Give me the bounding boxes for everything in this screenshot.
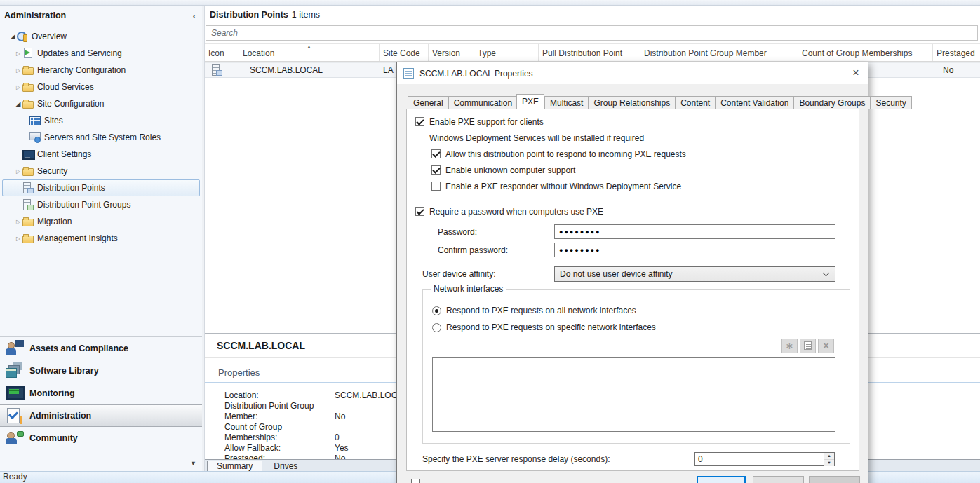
column-header-distribution-point-group-member[interactable]: Distribution Point Group Member — [640, 44, 798, 61]
property-label: Allow Fallback: — [224, 443, 335, 454]
workspace-label: Administration — [29, 411, 91, 421]
column-header-icon[interactable]: Icon — [205, 44, 239, 61]
spin-down-icon[interactable]: ▼ — [824, 460, 834, 466]
radio-button-icon[interactable] — [432, 306, 441, 315]
cancel-button[interactable] — [753, 476, 804, 483]
dialog-title-bar[interactable]: SCCM.LAB.LOCAL Properties × — [397, 62, 868, 84]
column-header-site-code[interactable]: Site Code — [380, 44, 429, 61]
sites-icon — [29, 115, 41, 126]
column-header-count-of-group-memberships[interactable]: Count of Group Memberships — [798, 44, 933, 61]
tree-item-label: Cloud Services — [37, 82, 94, 92]
tree-item-distribution-point-groups[interactable]: Distribution Point Groups — [2, 196, 200, 213]
column-header-version[interactable]: Version — [429, 44, 474, 61]
checkbox-allow-this-distribution-point-to-respond[interactable]: Allow this distribution point to respond… — [407, 146, 859, 162]
footer-checkbox[interactable] — [411, 479, 420, 483]
add-interface-button[interactable]: ∗ — [781, 339, 798, 353]
checkbox-enable-unknown-computer-support[interactable]: Enable unknown computer support — [407, 162, 859, 178]
tree-item-site-configuration[interactable]: ◢Site Configuration — [2, 95, 200, 112]
tree-item-overview[interactable]: ◢Overview — [2, 28, 200, 45]
interface-properties-button[interactable] — [800, 339, 816, 353]
column-header-location[interactable]: Location▲ — [239, 44, 380, 61]
tree-expander-icon[interactable]: ◢ — [14, 100, 22, 107]
dialog-tab-group-relationships[interactable]: Group Relationships — [588, 96, 675, 109]
checkbox-icon[interactable] — [431, 165, 441, 175]
tree-item-hierarchy-configuration[interactable]: ▷Hierarchy Configuration — [2, 62, 200, 79]
collapse-pane-icon[interactable]: ‹ — [193, 6, 196, 26]
tree-item-cloud-services[interactable]: ▷Cloud Services — [2, 79, 200, 95]
spacer — [407, 194, 859, 203]
property-label: Count of Group Memberships: — [224, 422, 335, 443]
dialog-tab-communication[interactable]: Communication — [448, 96, 517, 109]
spin-up-icon[interactable]: ▲ — [824, 453, 834, 460]
column-header-type[interactable]: Type — [474, 44, 539, 61]
column-header-label: Prestaged — [937, 48, 975, 58]
workspace-assets-and-compliance[interactable]: Assets and Compliance — [0, 337, 202, 360]
radio-specific-interfaces[interactable]: Respond to PXE requests on specific netw… — [432, 322, 656, 333]
workspace-software-library[interactable]: Software Library — [0, 360, 202, 382]
ok-button[interactable] — [697, 476, 746, 483]
pxe-delay-spinner[interactable]: 0 ▲ ▼ — [694, 452, 835, 466]
list-title-text: Distribution Points — [210, 10, 288, 20]
checkbox-label: Enable PXE support for clients — [429, 117, 544, 127]
column-header-label: Count of Group Memberships — [802, 48, 912, 58]
checkbox-icon[interactable] — [431, 149, 441, 158]
tree-item-management-insights[interactable]: ▷Management Insights — [2, 230, 200, 247]
tree-expander-icon[interactable]: ▷ — [14, 67, 22, 74]
administration-icon — [6, 407, 24, 424]
tree-expander-icon[interactable]: ▷ — [14, 50, 22, 57]
search-input[interactable] — [206, 26, 977, 40]
tree-item-sites[interactable]: Sites — [2, 112, 200, 129]
community-icon — [6, 430, 24, 447]
dialog-tab-security[interactable]: Security — [870, 96, 911, 109]
tree-item-distribution-points[interactable]: Distribution Points — [2, 179, 200, 196]
dialog-tab-content-validation[interactable]: Content Validation — [715, 96, 793, 109]
dialog-tab-pxe[interactable]: PXE — [516, 94, 544, 109]
column-header-pull-distribution-point[interactable]: Pull Distribution Point — [539, 44, 640, 61]
updates-icon — [22, 48, 34, 59]
dialog-tab-multicast[interactable]: Multicast — [544, 96, 588, 109]
tree-item-label: Site Configuration — [37, 99, 104, 109]
workspace-administration[interactable]: Administration — [0, 404, 202, 427]
checkbox-icon[interactable] — [415, 117, 424, 126]
password-field[interactable]: ●●●●●●●● — [554, 224, 835, 239]
checkbox-enable-a-pxe-responder-without-windows-d[interactable]: Enable a PXE responder without Windows D… — [407, 178, 859, 194]
delete-interface-button[interactable]: × — [818, 339, 834, 353]
tree-expander-icon[interactable]: ▷ — [14, 219, 22, 225]
nav-tree: ◢Overview▷Updates and Servicing▷Hierarch… — [0, 28, 202, 247]
tree-expander-icon[interactable]: ▷ — [14, 168, 22, 175]
software-library-icon — [6, 362, 24, 379]
checkbox-require-a-password-when-computers-use-px[interactable]: Require a password when computers use PX… — [407, 203, 859, 219]
folder-icon — [22, 165, 34, 177]
tree-expander-icon[interactable]: ▷ — [14, 236, 22, 242]
list-item-count: 1 items — [292, 10, 320, 20]
user-device-affinity-dropdown[interactable]: Do not use user device affinity — [554, 266, 835, 282]
dialog-tab-boundary-groups[interactable]: Boundary Groups — [793, 96, 870, 109]
checkbox-icon[interactable] — [431, 182, 441, 191]
tree-item-security[interactable]: ▷Security — [2, 163, 200, 179]
radio-all-interfaces[interactable]: Respond to PXE requests on all network i… — [432, 305, 636, 316]
confirm-password-field[interactable]: ●●●●●●●● — [554, 243, 835, 257]
dialog-tab-content[interactable]: Content — [675, 96, 715, 109]
workspace-community[interactable]: Community — [0, 427, 202, 449]
tree-item-servers-and-site-system-roles[interactable]: Servers and Site System Roles — [2, 129, 200, 146]
tree-item-updates-and-servicing[interactable]: ▷Updates and Servicing — [2, 45, 200, 62]
checkbox-icon[interactable] — [415, 207, 424, 216]
tree-expander-icon[interactable]: ◢ — [8, 33, 17, 40]
row-cell-prestaged: No — [933, 65, 980, 75]
tree-item-client-settings[interactable]: Client Settings — [2, 146, 200, 163]
interface-list[interactable] — [432, 357, 835, 432]
tree-expander-icon[interactable]: ▷ — [14, 84, 22, 90]
radio-button-icon[interactable] — [432, 323, 441, 332]
dialog-tab-general[interactable]: General — [408, 96, 448, 109]
checkbox-enable-pxe-support-for-clients[interactable]: Enable PXE support for clients — [407, 114, 859, 130]
row-cell-icon — [205, 64, 239, 76]
workspace-monitoring[interactable]: Monitoring — [0, 382, 202, 404]
tree-item-label: Sites — [44, 116, 63, 125]
workspace-options-chevron-icon[interactable]: ▼ — [190, 460, 196, 467]
apply-button[interactable] — [809, 476, 860, 483]
column-header-prestaged[interactable]: Prestaged — [933, 44, 980, 61]
folder-icon — [22, 98, 34, 109]
column-header-label: Distribution Point Group Member — [644, 48, 767, 58]
tree-item-migration[interactable]: ▷Migration — [2, 213, 200, 230]
close-icon[interactable]: × — [844, 62, 868, 84]
